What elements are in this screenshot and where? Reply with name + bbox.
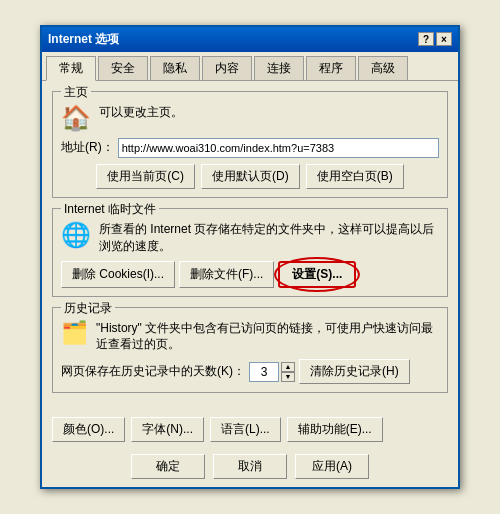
fonts-button[interactable]: 字体(N)... [131, 417, 204, 442]
homepage-buttons: 使用当前页(C) 使用默认页(D) 使用空白页(B) [61, 164, 439, 189]
help-button[interactable]: ? [418, 32, 434, 46]
history-section: 历史记录 🗂️ "History" 文件夹中包含有已访问页的链接，可使用户快速访… [52, 307, 448, 394]
use-default-button[interactable]: 使用默认页(D) [201, 164, 300, 189]
homepage-section-title: 主页 [61, 84, 91, 101]
history-icon: 🗂️ [61, 320, 88, 354]
tab-general[interactable]: 常规 [46, 56, 96, 81]
days-spinner: ▲ ▼ [281, 362, 295, 382]
title-bar-buttons: ? × [418, 32, 452, 46]
main-content: 主页 🏠 可以更改主页。 地址(R)： 使用当前页(C) 使用默认页(D) [42, 81, 458, 413]
homepage-top: 🏠 可以更改主页。 [61, 104, 439, 132]
ok-button[interactable]: 确定 [131, 454, 205, 479]
history-description: "History" 文件夹中包含有已访问页的链接，可使用户快速访问最近查看过的页… [96, 320, 439, 354]
languages-button[interactable]: 语言(L)... [210, 417, 281, 442]
delete-files-button[interactable]: 删除文件(F)... [179, 261, 274, 288]
dialog-title: Internet 选项 [48, 31, 119, 48]
address-input[interactable] [118, 138, 439, 158]
address-label: 地址(R)： [61, 139, 114, 156]
days-input-group: ▲ ▼ [249, 362, 295, 382]
accessibility-button[interactable]: 辅助功能(E)... [287, 417, 383, 442]
tab-programs[interactable]: 程序 [306, 56, 356, 80]
tab-connection[interactable]: 连接 [254, 56, 304, 80]
homepage-section-inner: 🏠 可以更改主页。 地址(R)： 使用当前页(C) 使用默认页(D) 使用空白页… [61, 104, 439, 189]
cache-description: 所查看的 Internet 页存储在特定的文件夹中，这样可以提高以后浏览的速度。 [99, 221, 439, 255]
days-decrement[interactable]: ▼ [281, 372, 295, 382]
colors-button[interactable]: 颜色(O)... [52, 417, 125, 442]
footer-buttons: 确定 取消 应用(A) [42, 450, 458, 487]
clear-history-button[interactable]: 清除历史记录(H) [299, 359, 410, 384]
home-icon: 🏠 [61, 104, 91, 132]
cache-icon: 🌐 [61, 221, 91, 255]
tab-advanced[interactable]: 高级 [358, 56, 408, 80]
homepage-description: 可以更改主页。 [99, 104, 439, 132]
cancel-button[interactable]: 取消 [213, 454, 287, 479]
address-row: 地址(R)： [61, 138, 439, 158]
cache-section: Internet 临时文件 🌐 所查看的 Internet 页存储在特定的文件夹… [52, 208, 448, 297]
cache-buttons: 删除 Cookies(I)... 删除文件(F)... 设置(S)... [61, 261, 439, 288]
history-section-inner: 🗂️ "History" 文件夹中包含有已访问页的链接，可使用户快速访问最近查看… [61, 320, 439, 385]
cache-top: 🌐 所查看的 Internet 页存储在特定的文件夹中，这样可以提高以后浏览的速… [61, 221, 439, 255]
internet-options-dialog: Internet 选项 ? × 常规 安全 隐私 内容 连接 程序 高级 主页 … [40, 25, 460, 489]
history-section-title: 历史记录 [61, 300, 115, 317]
close-button[interactable]: × [436, 32, 452, 46]
delete-cookies-button[interactable]: 删除 Cookies(I)... [61, 261, 175, 288]
days-increment[interactable]: ▲ [281, 362, 295, 372]
history-days-label: 网页保存在历史记录中的天数(K)： [61, 363, 245, 380]
homepage-section: 主页 🏠 可以更改主页。 地址(R)： 使用当前页(C) 使用默认页(D) [52, 91, 448, 198]
history-days-row: 网页保存在历史记录中的天数(K)： ▲ ▼ 清除历史记录(H) [61, 359, 439, 384]
history-top: 🗂️ "History" 文件夹中包含有已访问页的链接，可使用户快速访问最近查看… [61, 320, 439, 354]
title-bar: Internet 选项 ? × [42, 27, 458, 52]
tab-bar: 常规 安全 隐私 内容 连接 程序 高级 [42, 52, 458, 81]
tab-privacy[interactable]: 隐私 [150, 56, 200, 80]
use-current-button[interactable]: 使用当前页(C) [96, 164, 195, 189]
tab-security[interactable]: 安全 [98, 56, 148, 80]
days-input[interactable] [249, 362, 279, 382]
cache-section-inner: 🌐 所查看的 Internet 页存储在特定的文件夹中，这样可以提高以后浏览的速… [61, 221, 439, 288]
cache-section-title: Internet 临时文件 [61, 201, 159, 218]
tab-content[interactable]: 内容 [202, 56, 252, 80]
extra-buttons-row: 颜色(O)... 字体(N)... 语言(L)... 辅助功能(E)... [42, 413, 458, 450]
apply-button[interactable]: 应用(A) [295, 454, 369, 479]
use-blank-button[interactable]: 使用空白页(B) [306, 164, 404, 189]
settings-button[interactable]: 设置(S)... [278, 261, 356, 288]
